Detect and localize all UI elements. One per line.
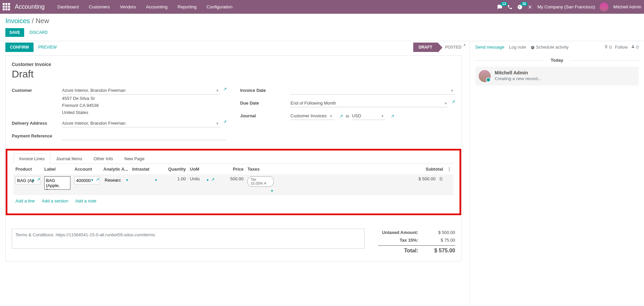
save-button[interactable]: Save: [5, 28, 24, 37]
columns-menu-icon[interactable]: ⋮: [447, 167, 451, 172]
journal-field[interactable]: [290, 112, 334, 120]
activities-icon[interactable]: 26: [517, 4, 523, 10]
tab-journal-items[interactable]: Journal Items: [50, 153, 88, 164]
label-invoice-date: Invoice Date: [240, 86, 290, 93]
untaxed-value: $ 500.00: [425, 230, 455, 235]
log-avatar: [479, 70, 491, 82]
external-link-icon[interactable]: ↗: [339, 114, 343, 119]
app-brand: Accounting: [15, 3, 45, 10]
tab-other-info[interactable]: Other Info: [88, 153, 119, 164]
form-subtitle: Customer Invoice: [12, 62, 455, 67]
discard-button[interactable]: Discard: [25, 28, 52, 37]
row-quantity[interactable]: 1.00: [159, 174, 188, 195]
tax-label: Tax 15%:: [378, 238, 425, 243]
nav-reporting[interactable]: Reporting: [173, 2, 201, 12]
user-menu[interactable]: Mitchell Admin: [613, 4, 641, 9]
external-link-icon[interactable]: ↗: [223, 119, 227, 124]
external-link-icon[interactable]: ↗: [223, 86, 227, 91]
breadcrumb-bar: Invoices / New: [0, 14, 644, 27]
follow-button[interactable]: Follow: [615, 45, 628, 50]
schedule-activity-link[interactable]: Schedule activity: [531, 45, 569, 50]
row-price[interactable]: 500.00: [217, 174, 246, 195]
external-link-icon[interactable]: ↗: [451, 99, 455, 104]
row-analytic-field[interactable]: [103, 176, 128, 184]
nav-accounting[interactable]: Accounting: [141, 2, 172, 12]
status-draft[interactable]: Draft: [413, 43, 438, 52]
delivery-address-field[interactable]: [62, 119, 220, 127]
totals-panel: Untaxed Amount: $ 500.00 Tax 15%: $ 75.0…: [378, 229, 455, 255]
messages-icon[interactable]: 13: [497, 4, 502, 10]
breadcrumb: Invoices / New: [5, 17, 639, 25]
tax-tag[interactable]: Tax 15.00%✕: [248, 176, 274, 187]
company-selector[interactable]: My Company (San Francisco): [537, 4, 595, 9]
add-line-link[interactable]: Add a line: [15, 198, 35, 203]
col-label: Label: [42, 164, 72, 174]
total-label: Total:: [378, 248, 425, 254]
label-journal: Journal: [240, 112, 290, 118]
status-row: Confirm Preview Draft Posted ▲: [0, 43, 467, 52]
currency-field[interactable]: [352, 112, 385, 120]
col-intrastat: Intrastat: [130, 164, 159, 174]
invoice-date-field[interactable]: [290, 86, 455, 95]
row-uom[interactable]: Units: [190, 176, 200, 181]
main-form-area: Confirm Preview Draft Posted ▲ Customer …: [0, 41, 470, 306]
messages-badge: 13: [500, 2, 507, 6]
top-navbar: Accounting Dashboard Customers Vendors A…: [0, 0, 644, 14]
invoice-lines-table: Product Label Account Analytic A... Intr…: [13, 164, 453, 207]
log-note-link[interactable]: Log note: [509, 45, 526, 50]
col-price: Price: [217, 164, 246, 174]
col-uom: UoM: [188, 164, 217, 174]
external-link-icon[interactable]: ↗: [37, 177, 40, 182]
col-product: Product: [13, 164, 42, 174]
user-avatar[interactable]: [600, 3, 608, 11]
nav-customers[interactable]: Customers: [84, 2, 115, 12]
table-row: ▼ ↗ BAG (Apple, Blue) ▼ ↗: [13, 174, 453, 195]
phone-icon[interactable]: [507, 4, 513, 10]
log-entry: Mitchell Admin Creating a new record...: [475, 67, 639, 85]
preview-button[interactable]: Preview: [34, 43, 61, 52]
row-label-field[interactable]: BAG (Apple, Blue): [44, 176, 70, 190]
close-studio-icon[interactable]: [527, 4, 533, 10]
chatter-panel: Send message Log note Schedule activity …: [470, 41, 644, 306]
external-link-icon[interactable]: ↗: [391, 114, 394, 119]
col-account: Account: [72, 164, 101, 174]
breadcrumb-root[interactable]: Invoices: [5, 17, 30, 24]
nav-menu: Dashboard Customers Vendors Accounting R…: [53, 2, 497, 12]
row-subtotal: $ 500.00: [419, 176, 436, 181]
nav-configuration[interactable]: Configuration: [202, 2, 237, 12]
payment-reference-field[interactable]: [62, 132, 227, 140]
form-title: Draft: [12, 68, 455, 80]
tab-invoice-lines[interactable]: Invoice Lines: [13, 153, 50, 164]
nav-dashboard[interactable]: Dashboard: [53, 2, 84, 12]
apps-menu-icon[interactable]: [3, 3, 11, 11]
followers-count[interactable]: 0: [631, 45, 639, 50]
label-in: in: [346, 114, 349, 119]
external-link-icon[interactable]: ↗: [96, 177, 99, 182]
log-message: Creating a new record...: [495, 76, 635, 81]
col-analytic: Analytic A...: [101, 164, 130, 174]
activities-badge: 26: [521, 2, 528, 6]
remove-tax-icon[interactable]: ✕: [264, 181, 267, 185]
add-note-link[interactable]: Add a note: [75, 198, 96, 203]
scroll-up-icon[interactable]: ▲: [463, 43, 466, 46]
caret-down-icon: ▼: [270, 189, 274, 193]
date-separator: Today: [475, 58, 639, 63]
row-intrastat-field[interactable]: [132, 176, 157, 184]
label-payment-ref: Payment Reference: [12, 132, 62, 138]
nav-vendors[interactable]: Vendors: [115, 2, 141, 12]
external-link-icon[interactable]: ↗: [211, 177, 215, 182]
status-posted[interactable]: Posted: [438, 43, 467, 52]
attachments-count[interactable]: 0: [604, 45, 612, 50]
customer-address: 4557 De Silva St Fremont CA 94538 United…: [62, 95, 220, 116]
tab-new-page[interactable]: New Page: [119, 153, 150, 164]
send-message-link[interactable]: Send message: [475, 45, 504, 50]
customer-field[interactable]: [62, 86, 220, 95]
add-section-link[interactable]: Add a section: [42, 198, 68, 203]
untaxed-label: Untaxed Amount:: [378, 230, 425, 235]
due-date-field[interactable]: [290, 99, 449, 107]
caret-down-icon: ▼: [206, 178, 209, 182]
confirm-button[interactable]: Confirm: [5, 43, 34, 52]
delete-row-icon[interactable]: 🗑: [439, 176, 443, 181]
invoice-lines-highlight: Invoice Lines Journal Items Other Info N…: [6, 149, 461, 215]
terms-field[interactable]: Terms & Conditions: https://11564541-15-…: [12, 229, 365, 249]
